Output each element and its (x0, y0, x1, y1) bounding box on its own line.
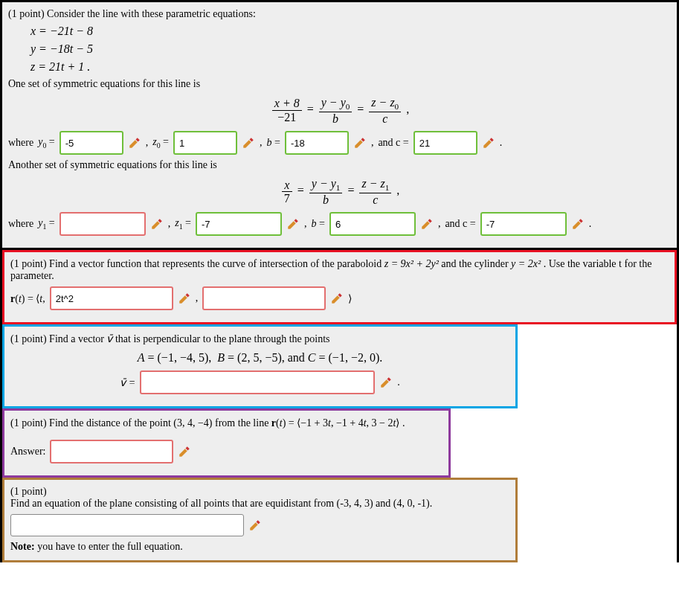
pencil-icon[interactable] (353, 136, 367, 150)
input-b2[interactable] (329, 212, 416, 236)
input-c[interactable] (413, 131, 477, 155)
sym2-equation: x7 = y − y1b = z − z1c , (8, 177, 671, 206)
question-1: (1 point) Consider the line with these p… (2, 2, 677, 250)
eq-z: z = 21t + 1 . (30, 60, 671, 74)
sym2-inputs: where y1 = , z1 = , b = , and c = . (8, 212, 671, 236)
q5-answer-row (10, 514, 509, 536)
pencil-icon[interactable] (482, 136, 495, 150)
input-r2[interactable] (50, 286, 173, 310)
q2-cylinder: y = 2x² (511, 258, 541, 269)
question-4: (1 point) Find the distance of the point… (2, 408, 451, 478)
input-y0[interactable] (59, 131, 123, 155)
q2-paraboloid: z = 9x² + 2y² (384, 258, 439, 269)
points-label: (1 point) (10, 486, 509, 498)
pencil-icon[interactable] (286, 217, 300, 231)
q2-text1: Find a vector function that represents t… (49, 258, 384, 269)
v-label: v̄ = (120, 376, 135, 389)
points-label: (1 point) (10, 258, 47, 269)
input-z0[interactable] (173, 131, 237, 155)
input-y1[interactable] (59, 212, 146, 236)
sym1-intro: One set of symmetric equations for this … (8, 78, 671, 90)
pencil-icon[interactable] (330, 292, 344, 305)
q2-text2: and the cylinder (441, 258, 511, 269)
question-3: (1 point) Find a vector v̄ that is perpe… (2, 324, 518, 408)
points-label: (1 point) (8, 8, 45, 19)
q4-answer-row: Answer: (10, 440, 443, 463)
pencil-icon[interactable] (128, 136, 141, 150)
sym2-intro: Another set of symmetric equations for t… (8, 159, 671, 171)
input-v[interactable] (140, 370, 375, 394)
pencil-icon[interactable] (420, 217, 434, 231)
pencil-icon[interactable] (178, 292, 191, 305)
pencil-icon[interactable] (178, 445, 191, 458)
points-label: (1 point) (10, 417, 47, 429)
q4-point: (3, 4, −4) (173, 417, 212, 429)
input-r3[interactable] (202, 286, 326, 310)
pencil-icon[interactable] (150, 217, 164, 231)
q4-rt: r(t) = ⟨−1 + 3t, −1 + 4t, 3 − 2t⟩ (271, 417, 400, 429)
pencil-icon[interactable] (242, 136, 255, 150)
sym1-inputs: where y0 = , z0 = , b = , and c = . (8, 131, 671, 155)
question-5: (1 point) Find an equation of the plane … (2, 478, 518, 562)
pencil-icon[interactable] (248, 519, 262, 532)
q3-text: Find a vector v̄ that is perpendicular t… (49, 333, 329, 344)
input-distance[interactable] (50, 440, 173, 463)
pencil-icon[interactable] (571, 217, 585, 231)
q3-points: A = (−1, −4, 5), B = (2, 5, −5), and C =… (10, 351, 509, 365)
question-2: (1 point) Find a vector function that re… (2, 250, 677, 324)
input-z1[interactable] (196, 212, 282, 236)
q4-text1: Find the distance of the point (49, 417, 173, 429)
eq-x: x = −21t − 8 (30, 25, 671, 38)
q4-text2: from the line (215, 417, 271, 429)
input-c2[interactable] (480, 212, 567, 236)
input-b[interactable] (285, 131, 349, 155)
sym1-equation: x + 8−21 = y − y0b = z − z0c , (8, 96, 671, 125)
eq-y: y = −18t − 5 (30, 42, 671, 56)
points-label: (1 point) (10, 333, 47, 344)
q5-text: Find an equation of the plane consisting… (10, 498, 509, 510)
q5-note: Note: you have to enter the full equatio… (10, 541, 509, 553)
pencil-icon[interactable] (379, 376, 393, 389)
q1-intro: Consider the line with these parametric … (47, 8, 256, 19)
q3-answer-row: v̄ = . (10, 370, 509, 394)
q2-answer-row: r(t) = ⟨t, , ⟩ (10, 286, 669, 310)
input-plane-eq[interactable] (10, 514, 244, 536)
answer-label: Answer: (10, 446, 45, 458)
